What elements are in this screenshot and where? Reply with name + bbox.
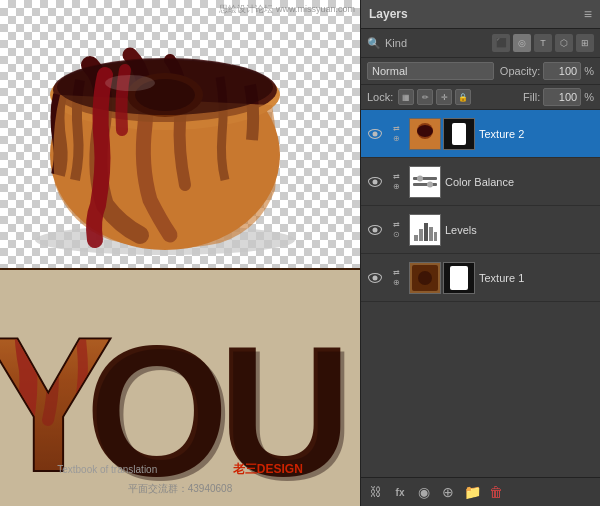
- layer-thumb-mask-texture2: [443, 118, 475, 150]
- layer-visibility-levels[interactable]: [367, 222, 383, 238]
- blend-opacity-row: NormalDissolveMultiplyScreenOverlay Opac…: [361, 58, 600, 85]
- lock-position-button[interactable]: ✛: [436, 89, 452, 105]
- layer-item-texture1[interactable]: ⇄ ⊕ Texture 1: [361, 254, 600, 302]
- opacity-label: Opacity:: [500, 65, 540, 77]
- fill-unit: %: [584, 91, 594, 103]
- search-bar: 🔍 Kind ⬛ ◎ T ⬡ ⊞: [361, 29, 600, 58]
- layer-thumbs-levels: [409, 214, 441, 246]
- kind-filter-smart[interactable]: ⊞: [576, 34, 594, 52]
- layers-list: ⇄ ⊕ Texture 2: [361, 110, 600, 477]
- svg-rect-42: [410, 167, 440, 197]
- fill-control: Fill: %: [523, 88, 594, 106]
- layers-menu-button[interactable]: ≡: [584, 6, 592, 22]
- link-icon-texture1: ⇄: [393, 268, 400, 277]
- lock-transparency-button[interactable]: ▦: [398, 89, 414, 105]
- svg-point-46: [427, 181, 433, 187]
- svg-rect-48: [414, 235, 418, 241]
- cake-area: [0, 0, 360, 270]
- lock-label: Lock:: [367, 91, 393, 103]
- svg-rect-44: [413, 183, 437, 186]
- link-icon-levels: ⇄: [393, 220, 400, 229]
- svg-rect-43: [413, 177, 437, 180]
- top-watermark: 思绘设计论坛 www.missyuan.com: [219, 3, 355, 16]
- layers-panel-header: Layers ≡: [361, 0, 600, 29]
- svg-point-39: [417, 125, 433, 137]
- svg-point-7: [57, 59, 273, 115]
- svg-rect-41: [452, 123, 466, 145]
- kind-filter-pixel[interactable]: ⬛: [492, 34, 510, 52]
- kind-label: Kind: [385, 37, 407, 49]
- delete-layer-button[interactable]: 🗑: [487, 483, 505, 501]
- link-icon-texture2: ⇄: [393, 124, 400, 133]
- lock-all-button[interactable]: 🔒: [455, 89, 471, 105]
- layer-visibility-colorbalance[interactable]: [367, 174, 383, 190]
- svg-point-55: [418, 271, 432, 285]
- community-label: 平面交流群：43940608: [128, 483, 233, 494]
- textbook-label: Textbook of translation: [57, 464, 157, 475]
- add-mask-button[interactable]: ◉: [415, 483, 433, 501]
- opacity-input[interactable]: [543, 62, 581, 80]
- layer-visibility-texture2[interactable]: [367, 126, 383, 142]
- layer-link-texture2: ⇄ ⊕: [387, 124, 405, 143]
- fill-input[interactable]: [543, 88, 581, 106]
- layer-item-colorbalance[interactable]: ⇄ ⊕ Color Balance: [361, 158, 600, 206]
- lock-fill-row: Lock: ▦ ✏ ✛ 🔒 Fill: %: [361, 85, 600, 110]
- eye-icon-texture1: [368, 273, 382, 283]
- chain-icon-colorbalance: ⊕: [393, 182, 400, 191]
- layers-panel-title: Layers: [369, 7, 408, 21]
- layer-thumbs-texture2: [409, 118, 475, 150]
- eye-icon-colorbalance: [368, 177, 382, 187]
- layers-bottom-toolbar: ⛓ fx ◉ ⊕ 📁 🗑: [361, 477, 600, 506]
- layer-thumb-main-colorbalance: [409, 166, 441, 198]
- cake-image: [10, 5, 330, 260]
- chain-icon-texture1: ⊕: [393, 278, 400, 287]
- layer-visibility-texture1[interactable]: [367, 270, 383, 286]
- layer-thumb-main-texture2: [409, 118, 441, 150]
- svg-rect-49: [419, 229, 423, 241]
- link-layers-button[interactable]: ⛓: [367, 483, 385, 501]
- eye-icon-texture2: [368, 129, 382, 139]
- kind-filter-adjustment[interactable]: ◎: [513, 34, 531, 52]
- layer-link-colorbalance: ⇄ ⊕: [387, 172, 405, 191]
- layer-name-colorbalance: Color Balance: [445, 176, 594, 188]
- layer-thumbs-colorbalance: [409, 166, 441, 198]
- new-adjustment-button[interactable]: ⊕: [439, 483, 457, 501]
- layers-panel: Layers ≡ 🔍 Kind ⬛ ◎ T ⬡ ⊞ NormalDissolve…: [360, 0, 600, 506]
- svg-rect-51: [429, 227, 433, 241]
- svg-rect-52: [434, 232, 437, 241]
- new-group-button[interactable]: 📁: [463, 483, 481, 501]
- bottom-watermark-area: Textbook of translation 老三DESIGN 平面交流群：4…: [0, 459, 360, 496]
- layer-thumb-main-levels: [409, 214, 441, 246]
- chain-icon-texture2: ⊕: [393, 134, 400, 143]
- opacity-control: Opacity: %: [500, 62, 594, 80]
- search-icon-group: ⬛ ◎ T ⬡ ⊞: [492, 34, 594, 52]
- bottom-icons-group: ⛓ fx ◉ ⊕ 📁 🗑: [367, 483, 505, 501]
- layer-name-texture1: Texture 1: [479, 272, 594, 284]
- layer-name-levels: Levels: [445, 224, 594, 236]
- brand-label: 老三DESIGN: [233, 462, 303, 476]
- opacity-unit: %: [584, 65, 594, 77]
- blend-mode-select[interactable]: NormalDissolveMultiplyScreenOverlay: [367, 62, 494, 80]
- eye-icon-levels: [368, 225, 382, 235]
- svg-point-45: [417, 175, 423, 181]
- layer-thumb-main-texture1: [409, 262, 441, 294]
- svg-rect-50: [424, 223, 428, 241]
- layer-item-texture2[interactable]: ⇄ ⊕ Texture 2: [361, 110, 600, 158]
- lock-icons-group: ▦ ✏ ✛ 🔒: [398, 89, 471, 105]
- layer-thumbs-texture1: [409, 262, 475, 294]
- svg-rect-57: [450, 266, 468, 290]
- canvas-area: Y Y O U O U: [0, 0, 360, 506]
- add-fx-button[interactable]: fx: [391, 483, 409, 501]
- layer-name-texture2: Texture 2: [479, 128, 594, 140]
- layer-thumb-mask-texture1: [443, 262, 475, 294]
- lock-paint-button[interactable]: ✏: [417, 89, 433, 105]
- layer-link-texture1: ⇄ ⊕: [387, 268, 405, 287]
- kind-filter-type[interactable]: T: [534, 34, 552, 52]
- fill-label: Fill:: [523, 91, 540, 103]
- chain-icon-levels: ⊙: [393, 230, 400, 239]
- link-icon-colorbalance: ⇄: [393, 172, 400, 181]
- kind-filter-shape[interactable]: ⬡: [555, 34, 573, 52]
- svg-point-8: [105, 75, 155, 91]
- layer-link-levels: ⇄ ⊙: [387, 220, 405, 239]
- layer-item-levels[interactable]: ⇄ ⊙ Levels: [361, 206, 600, 254]
